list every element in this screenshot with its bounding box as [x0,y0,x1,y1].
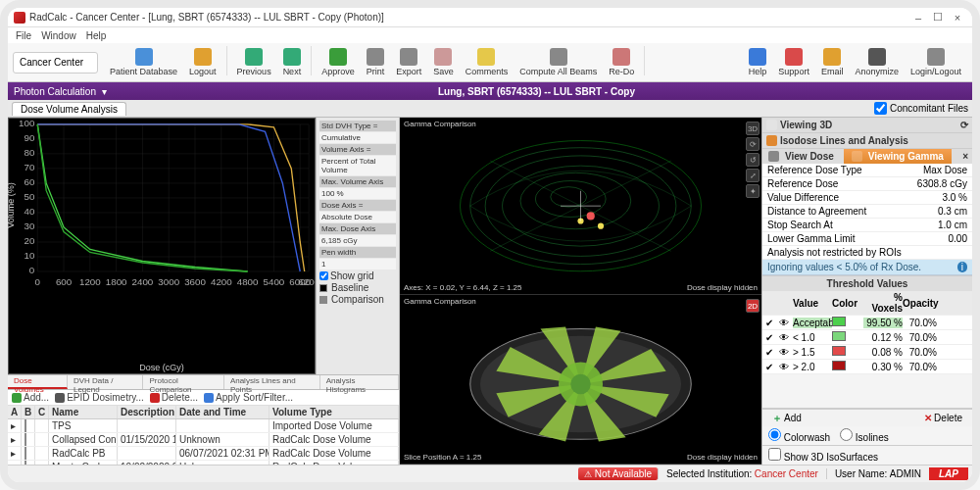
concomitant-toggle[interactable]: Concomitant Files [874,102,968,115]
epid-quick-button[interactable]: EPID Dosimetry... [55,392,144,403]
export-button[interactable]: Export [390,46,427,78]
property-row[interactable]: Lower Gamma Limit0.00 [762,232,972,246]
dvh-type-value[interactable]: Cumulative [319,132,396,143]
support-button[interactable]: Support [772,46,815,78]
colorwash-radio[interactable]: Colorwash [768,428,830,443]
epid-icon [55,393,65,403]
viewer-tool-button[interactable]: 3D [746,122,760,135]
menu-window[interactable]: Window [41,30,76,41]
approve-icon [329,48,347,66]
table-row[interactable]: ▸RadCalc PB06/07/2021 02:31 PMRadCalc Do… [8,447,399,461]
menubar: File Window Help [8,27,972,43]
showgrid-toggle[interactable]: Show grid [319,270,396,281]
svg-text:0: 0 [35,276,41,287]
patient-db-button[interactable]: Patient Database [104,46,183,78]
property-row[interactable]: Reference Dose TypeMax Dose [762,164,972,177]
info-icon[interactable]: i [957,262,967,272]
minimize-button[interactable]: – [909,11,927,24]
close-icon[interactable]: × [958,151,972,162]
sort-quick-button[interactable]: Apply Sort/Filter... [204,392,293,403]
show-iso-toggle[interactable]: Show 3D IsoSurfaces [768,452,878,463]
badge-2d[interactable]: 2D [746,299,760,313]
property-row[interactable]: Reference Dose6308.8 cGy [762,177,972,191]
save-button[interactable]: Save [427,46,460,78]
toolbar: Cancer Center Patient DatabaseLogoutPrev… [8,43,972,82]
property-row[interactable]: Stop Search At1.0 cm [762,219,972,232]
delete-threshold-button[interactable]: ✕Delete [918,412,968,424]
next-button[interactable]: Next [277,46,308,78]
viewer-tool-button[interactable]: ↺ [746,153,760,167]
ignore-info: Ignoring values < 5.0% of Rx Dose. i [762,260,972,275]
maximize-button[interactable]: ☐ [929,11,947,24]
analysis-tab[interactable]: Analysis Histograms [320,375,399,389]
logout-button[interactable]: Logout [183,46,222,78]
concomitant-checkbox[interactable] [874,102,887,115]
threshold-row[interactable]: ✔👁Acceptable99.50 %70.0% [762,316,972,330]
redo-button[interactable]: Re-Do [603,46,640,78]
add-threshold-button[interactable]: ＋Add [766,411,808,426]
svg-text:4800: 4800 [237,276,259,287]
analysis-tab[interactable]: DVH Data / Legend [68,375,143,389]
menu-help[interactable]: Help [86,30,107,41]
email-button[interactable]: Email [815,46,850,78]
plan-title: Lung, SBRT (6574333) -- LUL SBRT - Copy [107,86,966,97]
threshold-row[interactable]: ✔👁> 1.50.08 %70.0% [762,345,972,360]
dose-axis-value[interactable]: Absolute Dose [319,212,396,222]
not-available-badge[interactable]: ⚠ Not Available [578,467,658,480]
tab-dose-volume-analysis[interactable]: Dose Volume Analysis [12,102,126,116]
analysis-tab[interactable]: Protocol Comparison [143,375,223,389]
dvh-options: Std DVH Type = Cumulative Volume Axis = … [316,118,399,374]
site-selected: Cancer Center [20,57,83,68]
svg-point-61 [570,374,591,395]
left-column: 0600120018002400300036004200480054006000… [8,118,400,465]
comments-icon [477,48,495,66]
viewer-tool-button[interactable]: ⤢ [746,169,760,182]
svg-text:3000: 3000 [158,276,179,287]
help-button[interactable]: Help [743,46,773,78]
anonymize-button[interactable]: Anonymize [849,46,905,78]
view-dose-tab[interactable]: View Dose [762,149,840,164]
showgrid-checkbox[interactable] [319,271,328,280]
pen-width-value[interactable]: 1 [319,259,396,270]
print-button[interactable]: Print [361,46,391,78]
close-button[interactable]: × [949,11,966,24]
add-quick-button[interactable]: Add... [12,392,49,403]
threshold-row[interactable]: ✔👁> 2.00.30 %70.0% [762,360,972,374]
viewer-tool-button[interactable]: ⟳ [746,137,760,151]
vol-axis-value[interactable]: Percent of Total Volume [319,156,396,175]
property-row[interactable]: Value Difference3.0 % [762,191,972,205]
viewer-3d[interactable]: Gamma Comparison Axes [400,118,761,295]
compute-button[interactable]: Compute All Beams [514,46,603,78]
analysis-tab[interactable]: Analysis Lines and Points [224,375,320,389]
viewer-2d[interactable]: Gamma Comparison Slice Position A = 1.25… [400,295,761,465]
eye-icon [768,151,779,162]
isodose-header[interactable]: Isodose Lines and Analysis [762,133,972,148]
property-row[interactable]: Distance to Agreement0.3 cm [762,205,972,219]
prev-button[interactable]: Previous [231,46,277,78]
max-vol-value[interactable]: 100 % [319,188,396,199]
view-gamma-tab[interactable]: Viewing Gamma [844,149,952,164]
site-selector[interactable]: Cancer Center [13,52,98,74]
add-icon [12,393,22,403]
table-row[interactable]: ▸TPSImported Dose Volume [8,419,399,433]
table-row[interactable]: ▸Monte Carlo10/02/2020 03:21 PMUnknownRa… [8,461,399,465]
property-row[interactable]: Analysis not restricted by ROIs [762,246,972,260]
isolines-radio[interactable]: Isolines [840,428,889,443]
svg-point-53 [587,212,595,220]
dvh-chart[interactable]: 0600120018002400300036004200480054006000… [8,118,316,374]
viewing-3d-panel: Viewing 3D ⟳ [762,118,972,133]
threshold-row[interactable]: ✔👁< 1.00.12 %70.0% [762,330,972,345]
render-mode-row: Colorwash Isolines [762,426,972,445]
comments-button[interactable]: Comments [460,46,514,78]
viewing-3d-header[interactable]: Viewing 3D ⟳ [762,118,972,132]
viewer-tool-button[interactable]: ✦ [746,184,760,198]
menu-file[interactable]: File [16,30,31,41]
delete-quick-button[interactable]: Delete... [150,392,198,403]
max-dose-value[interactable]: 6,185 cGy [319,235,396,246]
approve-button[interactable]: Approve [316,46,361,78]
analysis-tab[interactable]: Dose Volumes [8,375,68,389]
refresh-icon[interactable]: ⟳ [960,120,968,130]
table-row[interactable]: ▸Collapsed Cone01/15/2020 11:19 PMUnknow… [8,433,399,447]
calc-mode[interactable]: Photon Calculation [14,86,96,97]
loginout-button[interactable]: Login/Logout [905,46,967,78]
